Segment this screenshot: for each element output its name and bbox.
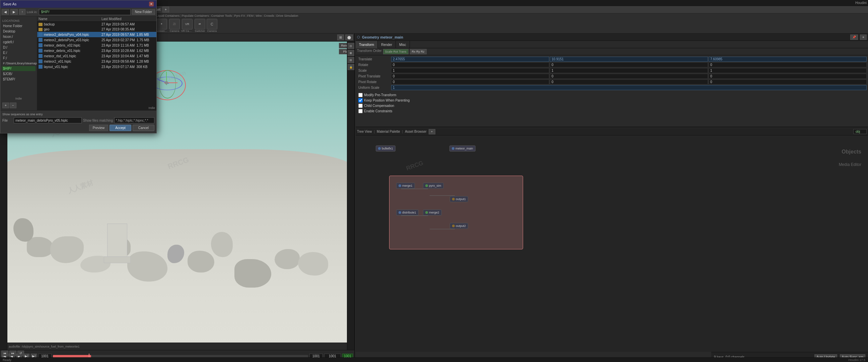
sidebar-e[interactable]: E:/ [2, 50, 35, 55]
sidebar-home[interactable]: Home Folder [2, 24, 35, 28]
dialog-sidebar: Locations Home Folder Desktop hicon:/ cg… [0, 17, 37, 110]
dialog-overlay: Save As ✕ ◀ ▶ ↑ Look in: New Folder Loca… [0, 0, 868, 362]
cancel-btn[interactable]: Cancel [133, 125, 154, 131]
sidebar-desktop[interactable]: Desktop [2, 29, 35, 34]
dialog-body: Locations Home Folder Desktop hicon:/ cg… [0, 17, 156, 110]
sidebar-temp[interactable]: $TEMP/ [2, 77, 35, 82]
preview-btn[interactable]: Preview [89, 125, 108, 131]
folder-icon-2 [38, 28, 42, 31]
dialog-back-btn[interactable]: ◀ [2, 9, 9, 15]
hiplc-icon-6 [38, 59, 42, 63]
file-filter-input[interactable] [114, 117, 154, 123]
file-item-backup[interactable]: backup 27 Apr 2019 09:57 AM [37, 22, 156, 27]
indie-label: Indie [2, 95, 35, 102]
sidebar-hip[interactable]: $HIP/ [2, 66, 35, 71]
file-name-input[interactable] [14, 117, 82, 123]
hiplc-icon-4 [38, 49, 42, 53]
sidebar-cgdefi[interactable]: cgdefi:/ [2, 39, 35, 45]
dialog-close-btn[interactable]: ✕ [149, 2, 154, 6]
sidebar-steam[interactable]: F:/SteamLibrary/steamapps/ [2, 61, 35, 66]
sidebar-job[interactable]: $JOB/ [2, 72, 35, 77]
accept-btn[interactable]: Accept [110, 125, 131, 131]
sidebar-add-btn[interactable]: + [2, 103, 9, 108]
sidebar-f[interactable]: F:/ [2, 56, 35, 61]
hiplc-icon-1 [38, 32, 42, 36]
hiplc-icon-3 [38, 43, 42, 47]
dialog-toolbar: ◀ ▶ ↑ Look in: New Folder [0, 8, 156, 17]
dialog-titlebar: Save As ✕ [0, 0, 156, 8]
sidebar-remove-btn[interactable]: − [10, 103, 17, 108]
folder-icon [38, 23, 42, 26]
file-item-rbd-v01[interactable]: meteor_rbd_v01.hiplc 23 Apr 2019 10:04 A… [37, 53, 156, 59]
file-item-v04[interactable]: meteor2_debrisPyro_v04.hiplc 27 Apr 2019… [37, 32, 156, 37]
sidebar-hicon[interactable]: hicon:/ [2, 34, 35, 39]
hiplc-icon-7 [38, 65, 42, 69]
dialog-file-row: File Show files matching [2, 117, 154, 123]
dialog-file-area: Name Last Modified backup 27 Apr 2019 09… [37, 17, 156, 110]
dialog-title: Save As [3, 2, 17, 6]
dialog-fwd-btn[interactable]: ▶ [10, 9, 18, 15]
file-item-layout[interactable]: layout_v01.hiplc 23 Apr 2019 07:17 AM 30… [37, 64, 156, 69]
dialog-bottom: Show sequences as one entry File Show fi… [0, 110, 156, 133]
hiplc-icon-2 [38, 38, 42, 42]
hiplc-icon-5 [38, 54, 42, 58]
dialog-path-input[interactable] [39, 9, 131, 15]
file-list: backup 27 Apr 2019 09:57 AM geo 27 Apr 2… [37, 22, 156, 106]
file-item-meteor2[interactable]: meteor2_v01.hiplc 23 Apr 2019 09:58 AM 1… [37, 59, 156, 64]
file-item-debris-v02[interactable]: meteor_debris_v02.hiplc 23 Apr 2019 11:1… [37, 43, 156, 48]
locations-header: Locations [2, 18, 35, 23]
indie-label-2: Indie [37, 106, 156, 110]
file-item-v03[interactable]: meteor2_debrisPyro_v03.hiplc 25 Apr 2019… [37, 37, 156, 43]
file-list-header: Name Last Modified [37, 17, 156, 22]
sidebar-controls: + − [2, 102, 35, 109]
sidebar-d[interactable]: D:/ [2, 45, 35, 50]
file-item-geo[interactable]: geo 27 Apr 2019 08:35 AM [37, 27, 156, 32]
file-input-label: File [2, 119, 12, 122]
show-seq-label: Show sequences as one entry [2, 113, 154, 116]
show-files-label: Show files matching [83, 119, 113, 122]
new-folder-btn[interactable]: New Folder [132, 9, 155, 15]
save-dialog: Save As ✕ ◀ ▶ ↑ Look in: New Folder Loca… [0, 0, 157, 133]
dialog-buttons: Preview Accept Cancel [2, 125, 154, 131]
dialog-up-btn[interactable]: ↑ [19, 9, 26, 15]
file-item-debris-v01[interactable]: meteor_debris_v01.hiplc 23 Apr 2019 10:2… [37, 48, 156, 53]
